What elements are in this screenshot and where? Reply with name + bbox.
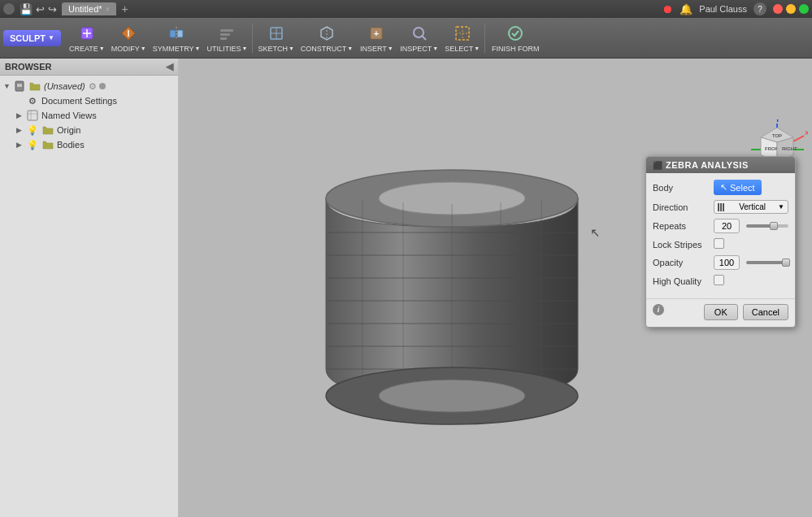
insert-tool[interactable]: + INSERT ▼ — [356, 19, 397, 58]
maximize-btn[interactable] — [799, 4, 809, 14]
direction-select-control: Vertical ▼ — [714, 200, 788, 214]
construct-label: CONSTRUCT ▼ — [301, 45, 353, 53]
redo-icon[interactable]: ↪ — [48, 3, 57, 15]
svg-line-19 — [422, 36, 426, 40]
create-icon — [77, 24, 97, 43]
construct-tool[interactable]: CONSTRUCT ▼ — [297, 19, 356, 58]
opacity-control: 100 — [714, 255, 788, 270]
tree-icon-gear: ⚙ — [26, 95, 39, 106]
svg-rect-9 — [220, 33, 230, 36]
construct-icon — [317, 24, 337, 43]
notifications-icon[interactable]: 🔔 — [680, 3, 693, 15]
app-icons-group: 💾 ↩ ↪ — [20, 3, 57, 15]
tree-arrow-views: ▶ — [16, 111, 26, 119]
dialog-title: ZEBRA ANALYSIS — [666, 160, 749, 170]
gear-icon-small[interactable]: ⚙ — [89, 81, 97, 92]
svg-text:RIGHT: RIGHT — [782, 146, 797, 151]
sketch-tool[interactable]: SKETCH ▼ — [254, 19, 297, 58]
close-btn[interactable] — [773, 4, 783, 14]
opacity-input[interactable]: 100 — [714, 255, 740, 270]
opacity-label: Opacity — [653, 258, 714, 267]
utilities-tool[interactable]: UTILITIES ▼ — [203, 19, 250, 58]
repeats-input[interactable]: 20 — [714, 219, 740, 233]
select-icon — [453, 24, 472, 43]
help-btn[interactable]: ? — [753, 2, 766, 15]
body-select-control: ↖ Select — [714, 180, 788, 195]
tree-item-root[interactable]: ▼ (Unsaved) ⚙ — [0, 79, 178, 93]
svg-point-46 — [379, 380, 525, 412]
visibility-dot[interactable] — [99, 83, 106, 89]
active-tab[interactable]: Untitled* × — [62, 2, 116, 15]
finish-form-label: FINISH FORM — [492, 45, 540, 53]
high-quality-row: High Quality — [653, 275, 788, 287]
undo-icon[interactable]: ↩ — [36, 3, 45, 15]
browser-collapse-btn[interactable]: ◀ — [166, 61, 173, 72]
svg-text:↖: ↖ — [590, 226, 598, 240]
opacity-row: Opacity 100 — [653, 255, 788, 270]
inspect-tool[interactable]: INSPECT ▼ — [397, 19, 441, 58]
lock-stripes-checkbox[interactable] — [714, 238, 724, 249]
tree-icon-doc — [13, 80, 26, 92]
footer-spacer — [669, 304, 699, 320]
svg-text:X: X — [805, 129, 808, 137]
high-quality-checkbox[interactable] — [714, 275, 724, 285]
lock-stripes-label: Lock Stripes — [653, 240, 714, 250]
select-tool[interactable]: SELECT ▼ — [441, 19, 483, 58]
insert-icon: + — [367, 24, 386, 43]
tree-icon-folder — [28, 80, 41, 92]
save-icon[interactable]: 💾 — [20, 3, 33, 15]
tab-bar: Untitled* × + — [62, 2, 132, 15]
toolbar-divider-1 — [252, 24, 253, 53]
direction-row: Direction Vertical ▼ — [653, 200, 788, 214]
utilities-label: UTILITIES ▼ — [206, 45, 247, 53]
new-tab-btn[interactable]: + — [118, 2, 131, 15]
ok-button[interactable]: OK — [704, 304, 738, 320]
svg-point-23 — [509, 27, 522, 40]
tree-item-doc-settings[interactable]: ▶ ⚙ Document Settings — [13, 93, 178, 108]
high-quality-label: High Quality — [653, 276, 714, 286]
cylinder-svg: ↖ — [306, 150, 598, 426]
tree-item-origin[interactable]: ▶ 💡 Origin — [13, 123, 178, 137]
opacity-thumb[interactable] — [782, 258, 790, 267]
cancel-button[interactable]: Cancel — [743, 304, 788, 320]
create-label: CREATE ▼ — [69, 45, 105, 53]
direction-icon — [718, 203, 724, 211]
browser-panel: BROWSER ◀ ▼ (Unsaved) ⚙ ▶ ⚙ Document Set… — [0, 59, 179, 517]
app-icon — [3, 3, 15, 15]
sculpt-menu[interactable]: SCULPT ▼ — [3, 30, 61, 46]
record-btn[interactable]: ⏺ — [662, 2, 673, 15]
utilities-icon — [217, 24, 237, 43]
modify-tool[interactable]: MODIFY ▼ — [108, 19, 150, 58]
tree-icon-light-bodies: 💡 — [26, 139, 39, 150]
tree-item-named-views[interactable]: ▶ Named Views — [13, 108, 178, 123]
symmetry-tool[interactable]: SYMMETRY ▼ — [150, 19, 204, 58]
tab-close-btn[interactable]: × — [106, 5, 111, 14]
svg-text:Y: Y — [775, 119, 780, 124]
body-row: Body ↖ Select — [653, 180, 788, 195]
sculpt-arrow: ▼ — [48, 34, 54, 41]
zebra-analysis-dialog: ⬛ ZEBRA ANALYSIS Body ↖ Select Direction — [645, 156, 796, 328]
titlebar-right: ⏺ 🔔 Paul Clauss ? — [662, 2, 809, 15]
finish-form-tool[interactable]: FINISH FORM — [487, 19, 544, 58]
dialog-title-bar[interactable]: ⬛ ZEBRA ANALYSIS — [646, 157, 795, 173]
tab-label: Untitled* — [68, 4, 102, 14]
body-select-btn[interactable]: ↖ Select — [714, 180, 762, 195]
svg-point-18 — [414, 28, 423, 37]
inspect-icon — [410, 24, 429, 43]
repeats-slider[interactable] — [746, 224, 788, 228]
user-label: Paul Clauss — [699, 4, 747, 14]
tree-arrow-origin: ▶ — [16, 126, 26, 134]
minimize-btn[interactable] — [786, 4, 796, 14]
sketch-icon — [267, 24, 286, 43]
tree-item-bodies[interactable]: ▶ 💡 Bodies — [13, 137, 178, 152]
create-tool[interactable]: CREATE ▼ — [66, 19, 108, 58]
finish-form-icon — [506, 24, 525, 43]
repeats-label: Repeats — [653, 221, 714, 231]
info-icon[interactable]: i — [653, 304, 664, 315]
direction-dropdown[interactable]: Vertical ▼ — [714, 200, 788, 214]
repeats-thumb[interactable] — [770, 222, 778, 230]
title-icon: ⬛ — [653, 161, 662, 170]
repeats-row: Repeats 20 — [653, 219, 788, 233]
tree-arrow-bodies: ▶ — [16, 141, 26, 149]
opacity-slider[interactable] — [746, 261, 788, 264]
